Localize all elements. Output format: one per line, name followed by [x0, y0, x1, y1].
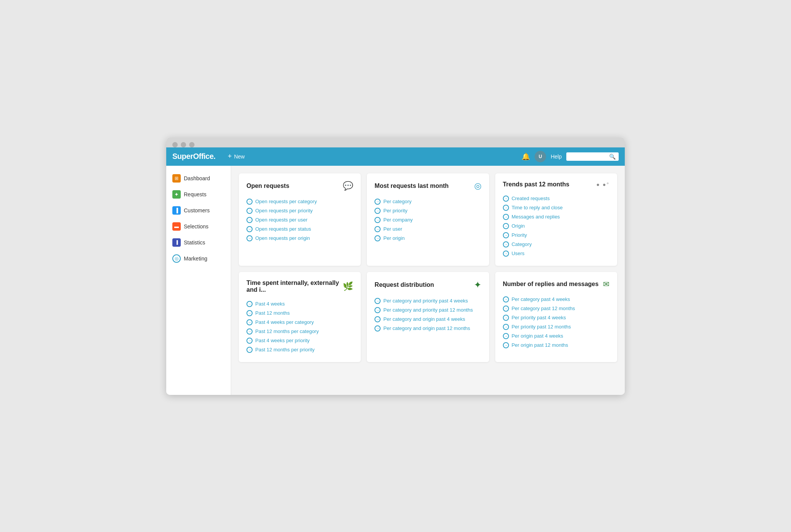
link-label: Time to reply and close [512, 205, 563, 210]
link-dist-co12m[interactable]: → Per category and origin past 12 months [374, 324, 481, 333]
requests-icon: ✦ [172, 190, 181, 199]
link-label: Per origin past 4 weeks [512, 333, 563, 339]
arrow-icon: → [374, 199, 381, 205]
link-label: Per category and origin past 4 weeks [383, 316, 465, 322]
bell-icon[interactable]: 🔔 [522, 152, 530, 161]
link-label: Open requests per priority [255, 208, 313, 213]
link-trends-users[interactable]: → Users [503, 249, 609, 258]
avatar[interactable]: U [535, 151, 546, 162]
link-replies-pri4w[interactable]: → Per priority past 4 weeks [503, 313, 609, 322]
help-link[interactable]: Help [551, 154, 562, 160]
link-dist-co4w[interactable]: → Per category and origin past 4 weeks [374, 315, 481, 324]
dots-icon: ● ●° [596, 181, 609, 188]
link-label: Per category [383, 199, 412, 204]
logo: SuperOffice. [172, 152, 216, 161]
link-label: Per company [383, 217, 413, 223]
marketing-icon: ◎ [172, 254, 181, 263]
link-label: Past 12 months [255, 310, 290, 316]
card-header-most-requests: Most requests last month ◎ [374, 181, 481, 191]
link-dist-cp12m[interactable]: → Per category and priority past 12 mont… [374, 306, 481, 315]
arrow-icon: → [503, 342, 509, 348]
link-most-priority[interactable]: → Per priority [374, 206, 481, 215]
link-most-user[interactable]: → Per user [374, 225, 481, 234]
sidebar-item-customers[interactable]: ▐ Customers [166, 202, 231, 218]
new-button[interactable]: + New [225, 151, 248, 162]
link-replies-cat4w[interactable]: → Per category past 4 weeks [503, 295, 609, 304]
link-time-4w[interactable]: → Past 4 weeks [246, 299, 353, 309]
arrow-icon: → [374, 235, 381, 241]
link-open-category[interactable]: → Open requests per category [246, 197, 353, 206]
sidebar-item-marketing[interactable]: ◎ Marketing [166, 251, 231, 267]
link-label: Per priority past 12 months [512, 324, 571, 330]
main-content: Open requests 💬 → Open requests per cate… [231, 166, 625, 395]
link-replies-pri12m[interactable]: → Per priority past 12 months [503, 322, 609, 331]
link-label: Open requests per status [255, 226, 311, 232]
link-time-12m-pri[interactable]: → Past 12 months per priority [246, 345, 353, 354]
link-most-company[interactable]: → Per company [374, 215, 481, 225]
link-most-origin[interactable]: → Per origin [374, 234, 481, 243]
link-open-status[interactable]: → Open requests per status [246, 225, 353, 234]
link-trends-category[interactable]: → Category [503, 240, 609, 249]
arrow-icon: → [246, 338, 253, 344]
arrow-icon: → [374, 217, 381, 223]
sidebar-label-marketing: Marketing [184, 255, 207, 262]
selections-icon: ▬ [172, 222, 181, 231]
arrow-icon: → [503, 196, 509, 202]
link-time-12m[interactable]: → Past 12 months [246, 309, 353, 318]
card-most-requests: Most requests last month ◎ → Per categor… [367, 173, 489, 266]
card-title-distribution: Request distribution [374, 281, 434, 288]
card-header-time-spent: Time spent internally, externally and i.… [246, 280, 353, 293]
link-label: Per category past 12 months [512, 306, 575, 311]
arrow-icon: → [503, 205, 509, 211]
sidebar-item-statistics[interactable]: ▐ Statistics [166, 234, 231, 251]
arrow-icon: → [503, 251, 509, 257]
link-replies-cat12m[interactable]: → Per category past 12 months [503, 304, 609, 313]
arrow-icon: → [246, 217, 253, 223]
link-label: Origin [512, 223, 525, 229]
link-open-origin[interactable]: → Open requests per origin [246, 234, 353, 243]
link-label: Per category and priority past 12 months [383, 307, 473, 313]
arrow-icon: → [246, 226, 253, 232]
sidebar-item-dashboard[interactable]: ⊞ Dashboard [166, 170, 231, 186]
sidebar-item-requests[interactable]: ✦ Requests [166, 186, 231, 202]
link-most-category[interactable]: → Per category [374, 197, 481, 206]
link-trends-priority[interactable]: → Priority [503, 231, 609, 240]
arrow-icon: → [503, 306, 509, 312]
arrow-icon: → [246, 310, 253, 316]
arrow-icon: → [503, 296, 509, 302]
arrow-icon: → [246, 328, 253, 335]
card-header-trends: Trends past 12 months ● ●° [503, 181, 609, 188]
link-open-user[interactable]: → Open requests per user [246, 215, 353, 225]
link-label: Per category past 4 weeks [512, 296, 570, 302]
sidebar-item-selections[interactable]: ▬ Selections [166, 218, 231, 234]
search-box: 🔍 [566, 152, 619, 161]
link-replies-ori4w[interactable]: → Per origin past 4 weeks [503, 331, 609, 341]
arrow-icon: → [503, 315, 509, 321]
link-time-4w-pri[interactable]: → Past 4 weeks per priority [246, 336, 353, 345]
card-title-time-spent: Time spent internally, externally and i.… [246, 280, 343, 293]
link-replies-ori12m[interactable]: → Per origin past 12 months [503, 341, 609, 350]
link-time-12m-cat[interactable]: → Past 12 months per category [246, 327, 353, 336]
target-icon: ◎ [474, 181, 481, 191]
envelope-icon: ✉ [603, 280, 609, 289]
arrow-icon: → [246, 235, 253, 241]
link-label: Open requests per user [255, 217, 308, 223]
link-trends-created[interactable]: → Created requests [503, 194, 609, 203]
arrow-icon: → [503, 333, 509, 339]
link-label: Category [512, 241, 532, 247]
arrow-icon: → [246, 208, 253, 214]
arrow-icon: → [503, 241, 509, 247]
card-time-spent: Time spent internally, externally and i.… [239, 272, 361, 362]
leaf-icon: 🌿 [343, 281, 353, 291]
search-input[interactable] [569, 154, 608, 159]
arrow-icon: → [374, 226, 381, 232]
link-trends-time[interactable]: → Time to reply and close [503, 203, 609, 212]
link-open-priority[interactable]: → Open requests per priority [246, 206, 353, 215]
link-trends-origin[interactable]: → Origin [503, 222, 609, 231]
link-trends-messages[interactable]: → Messages and replies [503, 212, 609, 222]
link-dist-cp4w[interactable]: → Per category and priority past 4 weeks [374, 296, 481, 306]
card-open-requests: Open requests 💬 → Open requests per cate… [239, 173, 361, 266]
link-time-4w-cat[interactable]: → Past 4 weeks per category [246, 318, 353, 327]
link-label: Per category and priority past 4 weeks [383, 298, 468, 304]
customers-icon: ▐ [172, 206, 181, 215]
